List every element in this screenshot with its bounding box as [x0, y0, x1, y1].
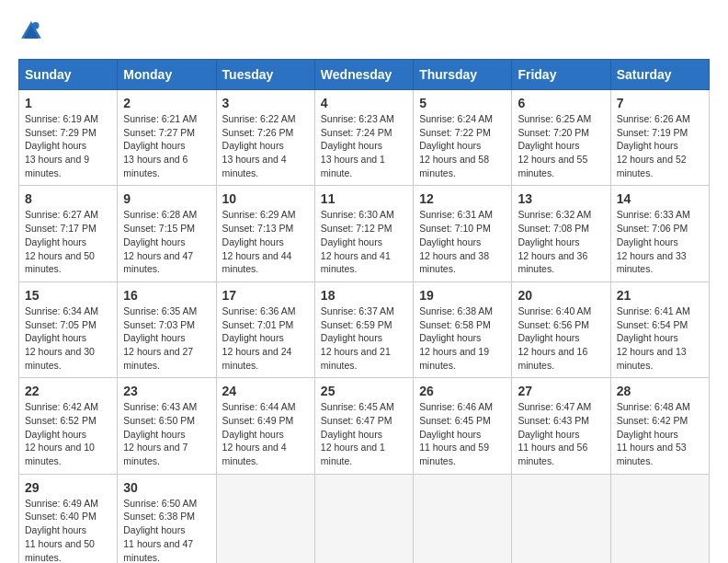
day-number: 15 [25, 288, 111, 303]
calendar-week-5: 29 Sunrise: 6:49 AM Sunset: 6:40 PM Dayl… [19, 474, 710, 563]
day-info: Sunrise: 6:32 AM Sunset: 7:08 PM Dayligh… [518, 208, 604, 275]
header-wednesday: Wednesday [314, 60, 413, 90]
calendar-cell: 29 Sunrise: 6:49 AM Sunset: 6:40 PM Dayl… [19, 474, 118, 563]
day-info: Sunrise: 6:48 AM Sunset: 6:42 PM Dayligh… [617, 400, 703, 467]
header-tuesday: Tuesday [216, 60, 314, 90]
calendar-cell: 11 Sunrise: 6:30 AM Sunset: 7:12 PM Dayl… [314, 186, 413, 282]
calendar-week-2: 8 Sunrise: 6:27 AM Sunset: 7:17 PM Dayli… [19, 186, 710, 282]
day-info: Sunrise: 6:35 AM Sunset: 7:03 PM Dayligh… [123, 304, 210, 372]
day-info: Sunrise: 6:50 AM Sunset: 6:38 PM Dayligh… [123, 497, 210, 563]
calendar-cell: 26 Sunrise: 6:46 AM Sunset: 6:45 PM Dayl… [414, 378, 512, 474]
calendar-cell: 19 Sunrise: 6:38 AM Sunset: 6:58 PM Dayl… [414, 282, 512, 377]
day-info: Sunrise: 6:28 AM Sunset: 7:15 PM Dayligh… [123, 208, 210, 275]
day-info: Sunrise: 6:22 AM Sunset: 7:26 PM Dayligh… [222, 112, 309, 179]
day-number: 18 [321, 288, 407, 303]
logo [18, 18, 48, 44]
calendar-cell: 15 Sunrise: 6:34 AM Sunset: 7:05 PM Dayl… [19, 282, 118, 377]
calendar-cell: 27 Sunrise: 6:47 AM Sunset: 6:43 PM Dayl… [512, 378, 610, 474]
header-thursday: Thursday [414, 60, 512, 90]
day-number: 27 [518, 384, 604, 398]
day-number: 28 [617, 384, 703, 398]
day-number: 5 [419, 96, 506, 110]
calendar-cell: 23 Sunrise: 6:43 AM Sunset: 6:50 PM Dayl… [118, 378, 216, 474]
day-number: 22 [25, 384, 111, 398]
calendar-cell: 6 Sunrise: 6:25 AM Sunset: 7:20 PM Dayli… [512, 90, 610, 186]
calendar-cell: 12 Sunrise: 6:31 AM Sunset: 7:10 PM Dayl… [414, 186, 512, 282]
day-info: Sunrise: 6:19 AM Sunset: 7:29 PM Dayligh… [25, 112, 111, 179]
day-number: 23 [123, 384, 210, 398]
calendar-cell: 10 Sunrise: 6:29 AM Sunset: 7:13 PM Dayl… [216, 186, 314, 282]
day-info: Sunrise: 6:40 AM Sunset: 6:56 PM Dayligh… [518, 304, 604, 372]
day-info: Sunrise: 6:31 AM Sunset: 7:10 PM Dayligh… [419, 208, 506, 275]
calendar-cell: 9 Sunrise: 6:28 AM Sunset: 7:15 PM Dayli… [118, 186, 216, 282]
day-number: 17 [222, 288, 309, 303]
day-number: 7 [617, 96, 703, 110]
calendar-cell: 17 Sunrise: 6:36 AM Sunset: 7:01 PM Dayl… [216, 282, 314, 377]
calendar-cell: 7 Sunrise: 6:26 AM Sunset: 7:19 PM Dayli… [610, 90, 709, 186]
day-info: Sunrise: 6:26 AM Sunset: 7:19 PM Dayligh… [617, 112, 703, 179]
calendar-cell [216, 474, 314, 563]
calendar-cell: 21 Sunrise: 6:41 AM Sunset: 6:54 PM Dayl… [610, 282, 709, 377]
day-info: Sunrise: 6:21 AM Sunset: 7:27 PM Dayligh… [123, 112, 210, 179]
day-info: Sunrise: 6:44 AM Sunset: 6:49 PM Dayligh… [222, 400, 309, 467]
day-info: Sunrise: 6:43 AM Sunset: 6:50 PM Dayligh… [123, 400, 210, 467]
svg-point-3 [32, 22, 40, 29]
calendar-cell: 4 Sunrise: 6:23 AM Sunset: 7:24 PM Dayli… [314, 90, 413, 186]
day-number: 26 [419, 384, 506, 398]
calendar-cell [512, 474, 610, 563]
day-number: 30 [123, 480, 210, 495]
day-number: 24 [222, 384, 309, 398]
calendar-cell: 24 Sunrise: 6:44 AM Sunset: 6:49 PM Dayl… [216, 378, 314, 474]
logo-icon [18, 18, 44, 44]
day-number: 19 [419, 288, 506, 303]
day-number: 21 [617, 288, 703, 303]
calendar-week-1: 1 Sunrise: 6:19 AM Sunset: 7:29 PM Dayli… [19, 90, 710, 186]
day-number: 1 [25, 96, 111, 110]
calendar-cell: 14 Sunrise: 6:33 AM Sunset: 7:06 PM Dayl… [610, 186, 709, 282]
day-info: Sunrise: 6:25 AM Sunset: 7:20 PM Dayligh… [518, 112, 604, 179]
day-number: 29 [25, 480, 111, 495]
calendar-cell: 20 Sunrise: 6:40 AM Sunset: 6:56 PM Dayl… [512, 282, 610, 377]
day-info: Sunrise: 6:38 AM Sunset: 6:58 PM Dayligh… [419, 304, 506, 372]
day-info: Sunrise: 6:46 AM Sunset: 6:45 PM Dayligh… [419, 400, 506, 467]
day-number: 14 [617, 191, 703, 206]
day-info: Sunrise: 6:47 AM Sunset: 6:43 PM Dayligh… [518, 400, 604, 467]
day-number: 20 [518, 288, 604, 303]
calendar-cell: 5 Sunrise: 6:24 AM Sunset: 7:22 PM Dayli… [414, 90, 512, 186]
day-number: 2 [123, 96, 210, 110]
header-friday: Friday [512, 60, 610, 90]
day-number: 8 [25, 191, 111, 206]
header [18, 18, 710, 44]
calendar-cell [414, 474, 512, 563]
calendar-cell: 25 Sunrise: 6:45 AM Sunset: 6:47 PM Dayl… [314, 378, 413, 474]
day-info: Sunrise: 6:49 AM Sunset: 6:40 PM Dayligh… [25, 497, 111, 563]
calendar-cell: 22 Sunrise: 6:42 AM Sunset: 6:52 PM Dayl… [19, 378, 118, 474]
day-info: Sunrise: 6:29 AM Sunset: 7:13 PM Dayligh… [222, 208, 309, 275]
day-info: Sunrise: 6:27 AM Sunset: 7:17 PM Dayligh… [25, 208, 111, 275]
day-info: Sunrise: 6:42 AM Sunset: 6:52 PM Dayligh… [25, 400, 111, 467]
day-info: Sunrise: 6:41 AM Sunset: 6:54 PM Dayligh… [617, 304, 703, 372]
day-number: 4 [321, 96, 407, 110]
day-number: 10 [222, 191, 309, 206]
calendar-table: SundayMondayTuesdayWednesdayThursdayFrid… [18, 59, 710, 563]
calendar-week-4: 22 Sunrise: 6:42 AM Sunset: 6:52 PM Dayl… [19, 378, 710, 474]
day-number: 11 [321, 191, 407, 206]
calendar-cell [610, 474, 709, 563]
day-info: Sunrise: 6:23 AM Sunset: 7:24 PM Dayligh… [321, 112, 407, 179]
day-number: 9 [123, 191, 210, 206]
calendar-cell: 28 Sunrise: 6:48 AM Sunset: 6:42 PM Dayl… [610, 378, 709, 474]
header-monday: Monday [118, 60, 216, 90]
day-info: Sunrise: 6:33 AM Sunset: 7:06 PM Dayligh… [617, 208, 703, 275]
header-saturday: Saturday [610, 60, 709, 90]
day-info: Sunrise: 6:34 AM Sunset: 7:05 PM Dayligh… [25, 304, 111, 372]
day-info: Sunrise: 6:37 AM Sunset: 6:59 PM Dayligh… [321, 304, 407, 372]
calendar-cell: 30 Sunrise: 6:50 AM Sunset: 6:38 PM Dayl… [118, 474, 216, 563]
day-number: 16 [123, 288, 210, 303]
day-number: 25 [321, 384, 407, 398]
calendar-week-3: 15 Sunrise: 6:34 AM Sunset: 7:05 PM Dayl… [19, 282, 710, 377]
day-info: Sunrise: 6:45 AM Sunset: 6:47 PM Dayligh… [321, 400, 407, 467]
day-info: Sunrise: 6:24 AM Sunset: 7:22 PM Dayligh… [419, 112, 506, 179]
day-number: 3 [222, 96, 309, 110]
calendar-cell: 1 Sunrise: 6:19 AM Sunset: 7:29 PM Dayli… [19, 90, 118, 186]
calendar-cell: 16 Sunrise: 6:35 AM Sunset: 7:03 PM Dayl… [118, 282, 216, 377]
